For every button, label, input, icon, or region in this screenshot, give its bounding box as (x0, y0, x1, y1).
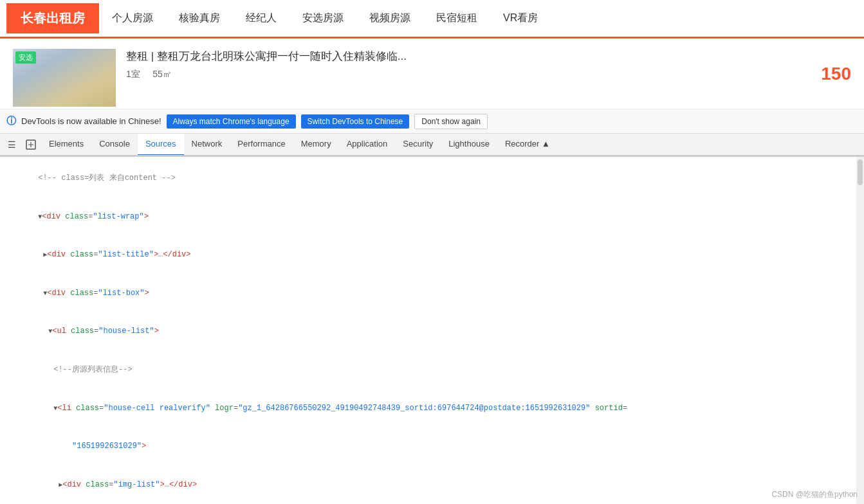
code-line-5: ▼<ul class="house-list"> (10, 312, 864, 351)
listing-area: 55㎡ (152, 69, 172, 79)
tab-performance[interactable]: Performance (230, 134, 293, 156)
nav-item-agent[interactable]: 经纪人 (246, 12, 277, 25)
nav-item-anx[interactable]: 安选房源 (302, 12, 344, 25)
anx-badge: 安选 (15, 51, 36, 64)
listing-meta: 1室 55㎡ (126, 69, 821, 80)
nav-item-personal[interactable]: 个人房源 (112, 12, 153, 25)
nav-item-video[interactable]: 视频房源 (369, 12, 410, 25)
devtools-notice-bar: ⓘ DevTools is now available in Chinese! … (0, 109, 864, 134)
tab-recorder[interactable]: Recorder ▲ (497, 134, 558, 156)
code-line-7a: ▼<li class="house-cell realverify" logr=… (15, 389, 864, 428)
nav-brand[interactable]: 长春出租房 (6, 3, 99, 33)
tab-sources[interactable]: Sources (138, 134, 184, 156)
nav-item-verified[interactable]: 核验真房 (179, 12, 220, 25)
nav-item-minsu[interactable]: 民宿短租 (436, 12, 477, 25)
code-line-2: ▼<div class="list-wrap"> (0, 198, 864, 237)
listing-rooms: 1室 (126, 69, 140, 79)
info-icon: ⓘ (6, 115, 16, 127)
code-line-7b: "1651992631029"> (15, 428, 864, 466)
scrollbar-thumb (858, 159, 863, 185)
top-nav: 长春出租房 个人房源 核验真房 经纪人 安选房源 视频房源 民宿短租 VR看房 (0, 0, 864, 39)
tab-network[interactable]: Network (184, 134, 230, 156)
code-line-4: ▼<div class="list-box"> (5, 274, 864, 313)
code-line-3: ▶<div class="list-title">…</div> (5, 236, 864, 274)
nav-item-vr[interactable]: VR看房 (503, 12, 538, 25)
listing-card: 安选 整租 | 整租万龙台北明珠公寓押一付一随时入住精装修临... 1室 55㎡… (0, 39, 864, 109)
switch-chinese-button[interactable]: Switch DevTools to Chinese (301, 114, 410, 129)
dont-show-again-button[interactable]: Don't show again (414, 114, 488, 129)
csdn-watermark: CSDN @吃猫的鱼python (771, 489, 858, 500)
code-line-1: <!-- class=列表 来自content --> (0, 159, 864, 198)
code-line-6: <!--房源列表信息--> (15, 351, 864, 390)
devtools-tabs-bar: ☰ Elements Console Sources Network Perfo… (0, 134, 864, 156)
nav-links: 个人房源 核验真房 经纪人 安选房源 视频房源 民宿短租 VR看房 (112, 12, 538, 25)
devtools-panel: <!-- class=列表 来自content --> ▼<div class=… (0, 156, 864, 504)
devtools-icon-inspect[interactable] (22, 136, 40, 154)
notice-text: DevTools is now available in Chinese! (21, 116, 161, 126)
tab-elements[interactable]: Elements (41, 134, 91, 156)
listing-title[interactable]: 整租 | 整租万龙台北明珠公寓押一付一随时入住精装修临... (126, 49, 705, 64)
devtools-icon-menu[interactable]: ☰ (3, 136, 21, 154)
listing-image: 安选 (13, 49, 116, 107)
devtools-code-area[interactable]: <!-- class=列表 来自content --> ▼<div class=… (0, 157, 864, 504)
tab-console[interactable]: Console (91, 134, 138, 156)
tab-memory[interactable]: Memory (293, 134, 339, 156)
scrollbar[interactable] (856, 157, 864, 504)
tab-lighthouse[interactable]: Lighthouse (441, 134, 497, 156)
tab-security[interactable]: Security (395, 134, 441, 156)
match-language-button[interactable]: Always match Chrome's language (167, 114, 296, 129)
listing-info: 整租 | 整租万龙台北明珠公寓押一付一随时入住精装修临... 1室 55㎡ (126, 49, 821, 80)
tab-application[interactable]: Application (339, 134, 396, 156)
code-line-8: ▶<div class="img-list">…</div> (21, 466, 864, 505)
listing-price: 150 (821, 64, 851, 84)
